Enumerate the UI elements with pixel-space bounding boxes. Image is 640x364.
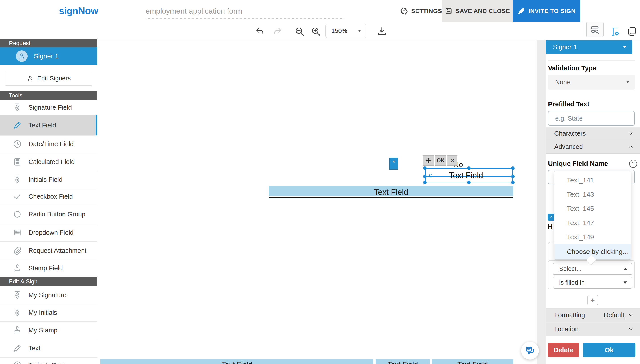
scroll-gutter[interactable] bbox=[537, 40, 546, 364]
dropdown-option[interactable]: Text_141 bbox=[554, 173, 631, 188]
tool-label: My Signature bbox=[29, 292, 66, 299]
tool-datetime-field[interactable]: Date/Time Field bbox=[0, 136, 97, 153]
text-field-label: Text Field bbox=[457, 360, 488, 364]
zoom-level-select[interactable]: 150% bbox=[325, 24, 366, 38]
tool-label: Radio Button Group bbox=[29, 211, 85, 218]
chevron-up-icon bbox=[623, 268, 627, 270]
document-toolbar: 150% bbox=[97, 22, 640, 40]
signnow-logo[interactable]: signNow bbox=[59, 5, 98, 16]
tool-text[interactable]: Text bbox=[0, 339, 97, 358]
add-condition-button[interactable]: + bbox=[587, 295, 598, 306]
signer-label: Signer 1 bbox=[34, 52, 59, 60]
resize-handle[interactable] bbox=[511, 166, 515, 170]
tool-stamp-field[interactable]: Stamp Field bbox=[0, 260, 97, 277]
resize-handle[interactable] bbox=[511, 175, 515, 178]
resize-handle[interactable] bbox=[467, 181, 471, 184]
resize-handle[interactable] bbox=[467, 166, 471, 170]
text-field-end-date[interactable]: Text Field bbox=[432, 359, 513, 364]
tool-checkbox-field[interactable]: Checkbox Field bbox=[0, 188, 97, 205]
resize-handle[interactable] bbox=[423, 181, 427, 184]
location-accordion[interactable]: Location bbox=[546, 322, 640, 336]
condition-field-select[interactable]: Select... bbox=[553, 263, 632, 275]
checked-checkbox[interactable]: ✓ bbox=[548, 214, 555, 220]
tool-my-signature[interactable]: My Signature bbox=[0, 286, 97, 304]
dropdown-option[interactable]: Text_149 bbox=[554, 230, 631, 244]
save-and-close-button[interactable]: SAVE AND CLOSE bbox=[442, 0, 513, 22]
formatting-accordion[interactable]: Formatting Default bbox=[546, 308, 640, 322]
undo-icon[interactable] bbox=[256, 26, 265, 36]
resize-handle[interactable] bbox=[423, 166, 427, 170]
settings-button[interactable]: SETTINGS bbox=[400, 0, 442, 22]
validation-type-value: None bbox=[555, 78, 570, 86]
tool-my-stamp[interactable]: My Stamp bbox=[0, 322, 97, 339]
document-title-input[interactable]: employment application form bbox=[146, 7, 343, 19]
tool-my-initials[interactable]: My Initials bbox=[0, 304, 97, 322]
field-close-button[interactable]: × bbox=[447, 155, 457, 166]
close-icon: × bbox=[450, 157, 454, 164]
save-and-close-label: SAVE AND CLOSE bbox=[456, 8, 510, 15]
tool-label: Calculated Field bbox=[29, 158, 75, 166]
chevron-down-icon bbox=[627, 312, 634, 318]
tool-initials-field[interactable]: Initials Field bbox=[0, 171, 97, 188]
pages-icon[interactable] bbox=[627, 26, 637, 36]
chat-button[interactable] bbox=[521, 342, 539, 360]
dropdown-option[interactable]: Text_143 bbox=[554, 187, 631, 202]
panel-signer-value: Signer 1 bbox=[553, 44, 577, 51]
text-field-label: Text Field bbox=[449, 171, 483, 180]
resize-handle[interactable] bbox=[511, 181, 515, 184]
ok-button[interactable]: Ok bbox=[583, 343, 635, 357]
advanced-accordion[interactable]: Advanced bbox=[546, 140, 640, 154]
tool-calculated-field[interactable]: Calculated Field bbox=[0, 153, 97, 171]
formatting-value[interactable]: Default bbox=[604, 312, 624, 319]
chevron-down-icon bbox=[623, 46, 626, 48]
divider bbox=[548, 60, 635, 60]
ok-label: OK bbox=[437, 158, 445, 164]
edit-signers-button[interactable]: Edit Signers bbox=[6, 71, 92, 86]
tool-label: Text Field bbox=[29, 122, 56, 129]
tool-request-attachment[interactable]: Request Attachment bbox=[0, 242, 97, 260]
request-section-header: Request bbox=[0, 39, 97, 47]
zoom-in-icon[interactable] bbox=[311, 26, 321, 36]
text-field-start-date[interactable]: Text Field bbox=[375, 359, 430, 364]
prefilled-text-input[interactable]: e.g. State bbox=[548, 111, 635, 126]
tool-label: My Stamp bbox=[29, 327, 58, 334]
condition-operator-select[interactable]: is filled in bbox=[553, 276, 632, 288]
signer-avatar-icon bbox=[16, 50, 28, 62]
tool-text-field[interactable]: Text Field bbox=[0, 115, 97, 136]
text-field-type[interactable]: Text Field bbox=[269, 186, 513, 198]
zoom-out-icon[interactable] bbox=[294, 26, 305, 36]
characters-accordion[interactable]: Characters bbox=[546, 127, 640, 140]
move-field-button[interactable] bbox=[423, 155, 434, 166]
dropdown-option[interactable]: Text_147 bbox=[554, 216, 631, 230]
tool-dropdown-field[interactable]: Dropdown Field bbox=[0, 224, 97, 242]
delete-button[interactable]: Delete bbox=[548, 343, 579, 357]
panel-signer-select[interactable]: Signer 1 bbox=[546, 40, 632, 54]
text-settings-icon[interactable] bbox=[609, 26, 620, 37]
condition-operator-value: is filled in bbox=[559, 279, 585, 286]
help-glyph: ? bbox=[632, 161, 634, 167]
resize-handle[interactable] bbox=[423, 175, 427, 178]
toolbar-divider bbox=[287, 25, 287, 37]
checkbox-field-selected[interactable]: * bbox=[389, 158, 398, 170]
fields-search-toggle[interactable] bbox=[586, 22, 603, 37]
tool-label: Date/Time Field bbox=[29, 140, 74, 148]
redo-icon[interactable] bbox=[272, 26, 282, 36]
edit-sign-label: Edit & Sign bbox=[9, 278, 38, 285]
download-icon[interactable] bbox=[377, 26, 387, 36]
field-ok-button[interactable]: OK bbox=[435, 155, 447, 166]
text-field-position[interactable]: Text Field bbox=[100, 359, 373, 364]
invite-to-sign-button[interactable]: INVITE TO SIGN bbox=[513, 0, 580, 22]
chevron-up-icon bbox=[627, 144, 634, 150]
edit-signers-label: Edit Signers bbox=[37, 75, 71, 82]
validation-type-select[interactable]: None bbox=[548, 74, 635, 90]
document-page bbox=[97, 40, 537, 364]
tool-radio-button-group[interactable]: Radio Button Group bbox=[0, 205, 97, 224]
toolbar-divider bbox=[371, 25, 371, 37]
tool-signature-field[interactable]: Signature Field bbox=[0, 100, 97, 115]
tool-todays-date[interactable]: Today's Date bbox=[0, 357, 97, 364]
chevron-down-icon bbox=[627, 326, 634, 332]
tools-label: Tools bbox=[9, 92, 23, 99]
help-icon[interactable]: ? bbox=[629, 160, 637, 168]
sidebar-signer-1[interactable]: Signer 1 bbox=[0, 47, 97, 65]
dropdown-option[interactable]: Text_145 bbox=[554, 201, 631, 216]
